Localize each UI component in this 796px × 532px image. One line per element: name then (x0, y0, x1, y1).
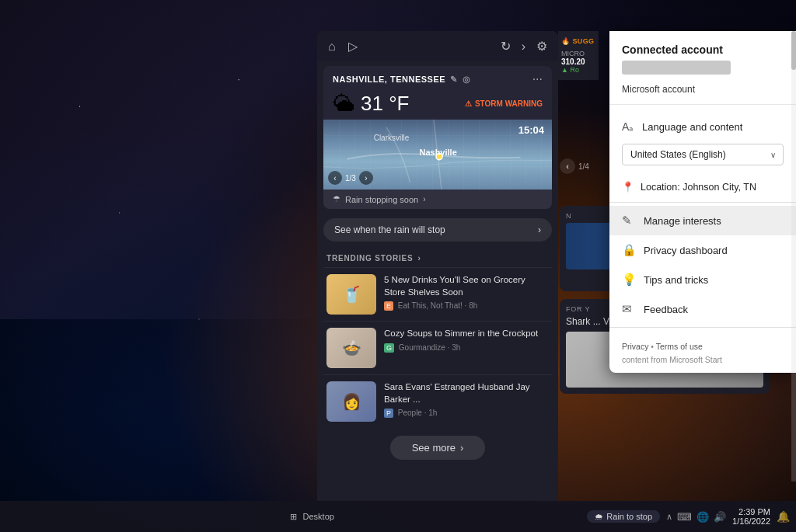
story-3-source: P People · 1h (384, 409, 549, 417)
map-page-info: 1/3 (345, 174, 356, 183)
location-pin-icon: 📍 (622, 181, 634, 193)
map-prev-btn[interactable]: ‹ (328, 171, 342, 185)
story-3-thumbnail: 👩 (326, 381, 376, 422)
story-item-2[interactable]: 🍲 Cozy Soups to Simmer in the Crockpot G… (323, 321, 552, 374)
alert-triangle-icon: ⚠ (465, 99, 472, 108)
taskbar-time-display: 2:39 PM (732, 507, 770, 516)
settings-scrollbar[interactable] (791, 31, 796, 482)
weather-rain-info: ☂ Rain stopping soon › (323, 190, 552, 209)
story-2-time: 3h (452, 343, 460, 352)
weather-cta-button[interactable]: See when the rain will stop › (323, 218, 552, 242)
map-nashville-label: Nashville (419, 148, 456, 157)
tips-tricks-item[interactable]: 💡 Tips and tricks (609, 265, 796, 294)
weather-main: 🌥 31 °F ⚠ STORM WARNING (323, 89, 552, 120)
see-more-text: See more (412, 442, 456, 454)
privacy-dashboard-item[interactable]: 🔒 Privacy dashboard (609, 235, 796, 265)
see-more-button[interactable]: See more › (390, 436, 486, 460)
taskbar-date-display: 1/16/2022 (732, 516, 770, 526)
refresh-icon[interactable]: ↻ (501, 39, 511, 54)
settings-panel: Connected account Microsoft account Aₐ L… (609, 31, 796, 373)
privacy-link[interactable]: Privacy (622, 342, 648, 351)
settings-icon[interactable]: ⚙ (536, 39, 547, 54)
terms-link[interactable]: Terms of use (656, 342, 703, 351)
story-1-source: E Eat This, Not That! · 8h (384, 301, 549, 310)
desktop-icon: ⊞ (290, 512, 297, 521)
connected-account-section: Connected account Microsoft account (609, 31, 796, 105)
see-more-area: See more › (323, 428, 552, 468)
location-pin-icon: ◎ (463, 75, 471, 85)
edit-icon[interactable]: ✎ (450, 75, 458, 85)
story-2-source: G Gourmandize · 3h (384, 343, 549, 352)
location-text: Location: Johnson City, TN (641, 182, 756, 193)
rain-chevron: › (423, 195, 425, 203)
privacy-dashboard-label: Privacy dashboard (644, 245, 728, 256)
settings-divider-2 (609, 327, 796, 328)
network-icon[interactable]: 🌐 (696, 511, 709, 523)
story-item-1[interactable]: 🥤 5 New Drinks You'll See on Grocery Sto… (323, 267, 552, 321)
stock-info: MICRO 310.20 ▲ Ro (561, 50, 595, 74)
settings-divider-1 (609, 202, 796, 203)
weather-card: NASHVILLE, TENNESSEE ✎ ◎ ··· 🌥 31 °F ⚠ S… (323, 66, 552, 209)
connected-account-title: Connected account (622, 43, 784, 56)
rain-drop-icon: 🌧 (595, 512, 603, 521)
map-time: 15:04 (518, 124, 544, 136)
language-select-row: United States (English) (609, 141, 796, 175)
language-section: Aₐ Language and content United States (E… (609, 105, 796, 175)
panel-left-icons: ⌂ ▷ (328, 39, 358, 54)
tips-icon: 💡 (622, 273, 636, 287)
trending-section: TRENDING STORIES › 🥤 5 New Drinks You'll… (317, 246, 558, 501)
location-row: 📍 Location: Johnson City, TN (609, 175, 796, 199)
rain-status: Rain stopping soon (345, 195, 418, 204)
flame-icon: 🔥 (561, 37, 570, 45)
story-1-text: 5 New Drinks You'll See on Grocery Store… (384, 274, 549, 315)
suggested-flame: 🔥 SUGG (561, 37, 595, 45)
panel-toolbar: ⌂ ▷ ↻ › ⚙ (317, 31, 558, 61)
chevron-up-icon[interactable]: ∧ (666, 512, 672, 522)
suggested-card: 🔥 SUGG MICRO 310.20 ▲ Ro (558, 31, 599, 80)
panel-right-actions: ↻ › ⚙ (501, 39, 547, 54)
taskbar-right: 🌧 Rain to stop ∧ ⌨ 🌐 🔊 2:39 PM 1/16/2022… (587, 507, 790, 526)
temperature-value: 31 °F (361, 92, 409, 116)
trending-header[interactable]: TRENDING STORIES › (323, 246, 552, 267)
feedback-item[interactable]: ✉ Feedback (609, 294, 796, 324)
footer-content-source: content from Microsoft Start (622, 355, 722, 364)
home-icon[interactable]: ⌂ (328, 40, 336, 54)
prev-page-btn[interactable]: ‹ (560, 158, 575, 174)
rain-pill-text: Rain to stop (606, 512, 652, 521)
video-icon[interactable]: ▷ (348, 39, 358, 54)
suggested-label: SUGG (572, 37, 594, 45)
source-3-icon: P (384, 409, 393, 418)
language-icon: Aₐ (622, 120, 636, 133)
desktop-button[interactable]: ⊞ Desktop (282, 509, 341, 525)
map-next-btn[interactable]: › (359, 171, 373, 185)
story-1-time: 8h (469, 301, 477, 310)
alert-text: STORM WARNING (475, 99, 543, 108)
taskbar: ⊞ Desktop 🌧 Rain to stop ∧ ⌨ 🌐 🔊 2:39 PM… (0, 501, 796, 532)
story-3-text: Sara Evans' Estranged Husband Jay Barker… (384, 381, 549, 422)
story-1-thumbnail: 🥤 (326, 274, 376, 315)
source-3-name: People (398, 409, 422, 417)
story-item-3[interactable]: 👩 Sara Evans' Estranged Husband Jay Bark… (323, 374, 552, 428)
manage-interests-icon: ✎ (622, 214, 636, 228)
weather-menu-icon[interactable]: ··· (532, 72, 543, 86)
weather-temp: 🌥 31 °F (333, 91, 409, 116)
feedback-icon: ✉ (622, 302, 636, 316)
umbrella-icon: ☂ (333, 194, 340, 204)
source-1-name: Eat This, Not That! (398, 301, 463, 310)
weather-location: NASHVILLE, TENNESSEE ✎ ◎ (333, 75, 470, 85)
volume-icon[interactable]: 🔊 (714, 511, 726, 523)
see-more-chevron-icon: › (460, 442, 463, 454)
cta-chevron-icon: › (538, 224, 541, 235)
taskbar-datetime[interactable]: 2:39 PM 1/16/2022 (732, 507, 770, 526)
rain-notification-pill[interactable]: 🌧 Rain to stop (587, 510, 660, 523)
notification-bell-icon[interactable]: 🔔 (777, 510, 790, 523)
pagination-nav: ‹ 1/4 (560, 158, 589, 174)
tips-label: Tips and tricks (644, 274, 708, 286)
language-select[interactable]: United States (English) (622, 144, 784, 165)
manage-interests-label: Manage interests (644, 215, 721, 227)
story-3-title: Sara Evans' Estranged Husband Jay Barker… (384, 381, 549, 405)
stock-value: 310.20 (561, 57, 595, 66)
manage-interests-item[interactable]: ✎ Manage interests (609, 206, 796, 235)
story-2-thumbnail: 🍲 (326, 328, 376, 368)
forward-icon[interactable]: › (522, 40, 525, 54)
